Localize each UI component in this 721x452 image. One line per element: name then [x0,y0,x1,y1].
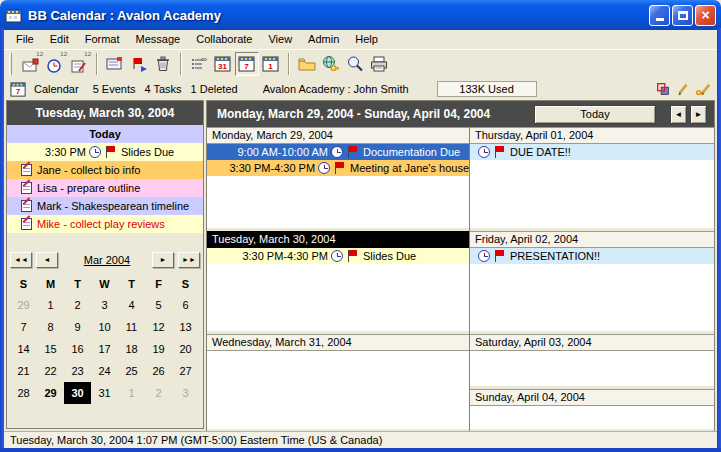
title-bar[interactable]: BB Calendar : Avalon Academy × [0,0,721,30]
calendar-day[interactable]: 7 [10,316,37,338]
calendar-day[interactable]: 3 [91,294,118,316]
calendar-day[interactable]: 16 [64,338,91,360]
calendar-day[interactable]: 4 [118,294,145,316]
next-year-button[interactable]: ►► [178,252,200,268]
calendar-day[interactable]: 25 [118,360,145,382]
pencil-icon[interactable] [675,81,691,97]
calendar-day[interactable]: 23 [64,360,91,382]
calendar-day[interactable]: 29 [37,382,64,404]
day-body[interactable] [207,351,469,432]
folder-button[interactable] [295,52,319,76]
calendar-day[interactable]: 29 [10,294,37,316]
search-button[interactable] [343,52,367,76]
close-button[interactable]: × [695,5,716,26]
calendar-day[interactable]: 2 [64,294,91,316]
next-month-button[interactable]: ► [152,252,174,268]
new-alarm-button[interactable]: 12 [43,52,67,76]
menu-item-file[interactable]: File [8,30,42,49]
calendar-day[interactable]: 13 [172,316,199,338]
menu-item-help[interactable]: Help [347,30,386,49]
agenda-view-button[interactable]: ∞ [187,52,211,76]
new-event-button[interactable]: 12 [19,52,43,76]
calendar-day[interactable]: 1 [118,382,145,404]
calendar-day[interactable]: 31 [91,382,118,404]
menu-item-view[interactable]: View [260,30,300,49]
calendar-day[interactable]: 27 [172,360,199,382]
day-header[interactable]: Wednesday, March 31, 2004 [207,334,469,351]
day-view-button[interactable]: 1 [259,52,283,76]
maximize-button[interactable] [672,5,693,26]
new-note-button[interactable] [103,52,127,76]
calendar-day[interactable]: 17 [91,338,118,360]
calendar-day[interactable]: 21 [10,360,37,382]
task-item-mark[interactable]: Mark - Shakespearean timeline [7,197,203,215]
calendar-day[interactable]: 18 [118,338,145,360]
calendar-day[interactable]: 20 [172,338,199,360]
toolbar-grip[interactable] [9,53,12,75]
prev-week-button[interactable]: ◄ [670,105,687,124]
calendar-day[interactable]: 5 [145,294,172,316]
calendar-day[interactable]: 24 [91,360,118,382]
calendar-day[interactable]: 10 [91,316,118,338]
calendar-day[interactable]: 2 [145,382,172,404]
today-bar[interactable]: Today [7,125,203,143]
copy-icon[interactable] [655,81,671,97]
menu-item-collaborate[interactable]: Collaborate [188,30,260,49]
clock-icon [318,162,330,174]
calendar-day[interactable]: 15 [37,338,64,360]
month-year-link[interactable]: Mar 2004 [62,254,152,266]
day-body[interactable]: 3:30 PM-4:30 PM Slides Due [207,248,469,334]
calendar-day[interactable]: 22 [37,360,64,382]
task-item-jane[interactable]: Jane - collect bio info [7,161,203,179]
print-button[interactable] [367,52,391,76]
day-header-today[interactable]: Tuesday, March 30, 2004 [207,231,469,248]
prev-month-button[interactable]: ◄ [36,252,58,268]
calendar-day[interactable]: 11 [118,316,145,338]
event-meeting[interactable]: 3:30 PM-4:30 PM Meeting at Jane's house [207,160,469,176]
today-button[interactable]: Today [534,105,656,124]
agenda-item-slides-due[interactable]: 3:30 PM Slides Due [7,143,203,161]
day-header[interactable]: Saturday, April 03, 2004 [470,334,714,351]
week-view-button[interactable]: 7 [235,52,259,76]
calendar-day[interactable]: 8 [37,316,64,338]
access-key-button[interactable] [319,52,343,76]
prev-year-button[interactable]: ◄◄ [10,252,32,268]
account-label: Avalon Academy : John Smith [263,83,409,95]
calendar-day[interactable]: 12 [145,316,172,338]
event-due-date[interactable]: DUE DATE!! [470,144,714,160]
new-task-button[interactable]: 12 [67,52,91,76]
day-header[interactable]: Friday, April 02, 2004 [470,231,714,248]
delete-button[interactable] [151,52,175,76]
flag-message-button[interactable] [127,52,151,76]
day-header[interactable]: Monday, March 29, 2004 [207,127,469,144]
day-body[interactable]: DUE DATE!! [470,144,714,231]
calendar-day[interactable]: 1 [37,294,64,316]
day-body[interactable] [470,406,714,432]
day-body[interactable]: PRESENTATION!! [470,248,714,334]
menu-item-format[interactable]: Format [77,30,128,49]
event-documentation-due[interactable]: 9:00 AM-10:00 AM Documentation Due [207,144,469,160]
key-pencil-icon[interactable] [695,81,713,97]
calendar-day[interactable]: 3 [172,382,199,404]
minimize-button[interactable] [649,5,670,26]
calendar-day[interactable]: 28 [10,382,37,404]
calendar-day[interactable]: 6 [172,294,199,316]
day-body[interactable]: 9:00 AM-10:00 AM Documentation Due 3:30 … [207,144,469,231]
event-slides-due[interactable]: 3:30 PM-4:30 PM Slides Due [207,248,469,264]
day-header[interactable]: Sunday, April 04, 2004 [470,389,714,406]
month-view-button[interactable]: 31 [211,52,235,76]
task-item-mike[interactable]: Mike - collect play reviews [7,215,203,233]
menu-item-edit[interactable]: Edit [42,30,77,49]
next-week-button[interactable]: ► [690,105,707,124]
calendar-day[interactable]: 14 [10,338,37,360]
day-body[interactable] [470,351,714,389]
calendar-day[interactable]: 9 [64,316,91,338]
calendar-day[interactable]: 19 [145,338,172,360]
menu-item-admin[interactable]: Admin [300,30,347,49]
task-item-lisa[interactable]: Lisa - prepare outline [7,179,203,197]
event-presentation[interactable]: PRESENTATION!! [470,248,714,264]
day-header[interactable]: Thursday, April 01, 2004 [470,127,714,144]
calendar-day-selected[interactable]: 30 [64,382,91,404]
calendar-day[interactable]: 26 [145,360,172,382]
menu-item-message[interactable]: Message [128,30,189,49]
